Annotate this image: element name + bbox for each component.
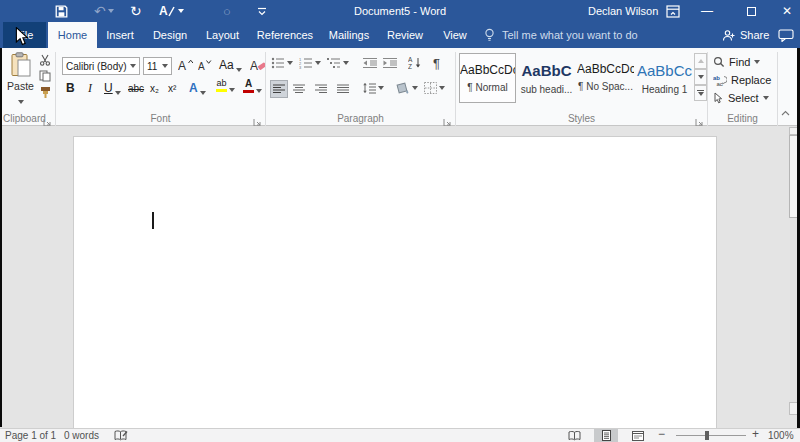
tab-mailings[interactable]: Mailings: [324, 22, 374, 48]
subscript-button[interactable]: x₂: [150, 83, 159, 94]
bullets-button[interactable]: [271, 57, 293, 69]
font-family-combo[interactable]: Calibri (Body): [62, 57, 140, 75]
zoom-out-button[interactable]: −: [658, 428, 665, 441]
group-paragraph: 123 AZ ¶: [266, 48, 455, 125]
borders-button[interactable]: [424, 82, 445, 94]
ribbon-tab-row: File Home Insert Design Layout Reference…: [0, 22, 800, 48]
sort-button[interactable]: AZ: [408, 56, 422, 69]
document-page[interactable]: [74, 137, 716, 428]
share-button[interactable]: Share: [722, 22, 769, 48]
comment-icon[interactable]: [778, 28, 794, 46]
replace-button[interactable]: abac Replace: [713, 73, 771, 87]
collapse-ribbon-icon[interactable]: [781, 102, 790, 120]
shading-button[interactable]: [396, 82, 418, 94]
mouse-cursor: [15, 27, 29, 47]
show-formatting-button[interactable]: ¶: [433, 56, 440, 71]
text-effects-button[interactable]: A: [189, 81, 206, 95]
styles-scroll-down[interactable]: [694, 69, 707, 85]
strikethrough-button[interactable]: abc: [128, 83, 144, 94]
maximize-button[interactable]: [736, 0, 766, 22]
user-name[interactable]: Declan Wilson: [588, 0, 658, 22]
word-count[interactable]: 0 words: [64, 429, 99, 442]
read-mode-button[interactable]: [562, 429, 586, 442]
tab-design[interactable]: Design: [148, 22, 192, 48]
style-no-spacing[interactable]: AaBbCcDc ¶ No Spac...: [577, 53, 634, 103]
minimize-button[interactable]: —: [692, 0, 722, 22]
decrease-indent-button[interactable]: [363, 57, 377, 69]
font-color-button[interactable]: A: [243, 79, 262, 93]
replace-icon: abac: [713, 74, 727, 86]
grow-font-button[interactable]: A: [178, 58, 194, 76]
page-indicator[interactable]: Page 1 of 1: [5, 429, 56, 442]
svg-text:A: A: [250, 59, 258, 72]
align-left-button[interactable]: [270, 80, 288, 98]
window-title: Document5 - Word: [0, 0, 800, 22]
numbering-button[interactable]: 123: [299, 57, 321, 69]
font-dialog-launcher[interactable]: [253, 113, 262, 122]
styles-gallery-more[interactable]: [694, 85, 707, 101]
tab-home[interactable]: Home: [48, 22, 97, 48]
clipboard-dialog-launcher[interactable]: [43, 113, 52, 122]
zoom-in-button[interactable]: +: [752, 428, 759, 441]
tell-me-box[interactable]: Tell me what you want to do: [484, 22, 638, 48]
tab-layout[interactable]: Layout: [200, 22, 245, 48]
text-cursor: [152, 212, 154, 229]
svg-text:A: A: [198, 61, 205, 72]
style-normal[interactable]: AaBbCcDc ¶ Normal: [459, 53, 516, 103]
style-heading1[interactable]: AaBbCc Heading 1: [636, 53, 693, 103]
align-right-button[interactable]: [315, 84, 327, 94]
styles-dialog-launcher[interactable]: [695, 113, 704, 122]
underline-button[interactable]: U: [104, 81, 121, 95]
find-icon: [713, 56, 725, 68]
line-spacing-button[interactable]: [362, 82, 384, 94]
tab-review[interactable]: Review: [382, 22, 428, 48]
group-font: Calibri (Body) 11 A A Aa A B I U abc x₂ …: [56, 48, 265, 125]
proofing-icon[interactable]: [114, 430, 128, 442]
align-center-button[interactable]: [293, 84, 305, 94]
style-subheading[interactable]: AaBbC sub headi...: [518, 53, 575, 103]
tab-references[interactable]: References: [254, 22, 316, 48]
zoom-slider-track[interactable]: [676, 435, 746, 436]
ribbon: Paste Clipboard Calibri (Body) 11 A A: [0, 48, 800, 126]
select-button[interactable]: Select: [713, 91, 769, 105]
increase-indent-button[interactable]: [383, 57, 397, 69]
web-layout-button[interactable]: [626, 429, 650, 442]
document-area[interactable]: [0, 126, 800, 428]
ribbon-display-options-icon[interactable]: [666, 4, 680, 22]
tab-insert[interactable]: Insert: [100, 22, 140, 48]
find-button[interactable]: Find: [713, 55, 760, 69]
bold-button[interactable]: B: [66, 81, 75, 95]
justify-button[interactable]: [337, 84, 349, 94]
title-bar: ↶ ↻ A ○ Document5 - Word Declan Wilson —…: [0, 0, 800, 22]
select-icon: [713, 92, 724, 104]
styles-scroll-up[interactable]: [694, 53, 707, 69]
close-button[interactable]: ✕: [774, 0, 800, 22]
highlight-button[interactable]: ab: [216, 79, 235, 92]
group-clipboard: Paste Clipboard: [0, 48, 55, 125]
svg-text:ac: ac: [717, 81, 723, 86]
multilevel-list-button[interactable]: [327, 57, 349, 69]
status-bar: Page 1 of 1 0 words − + 100%: [0, 428, 800, 442]
group-styles: AaBbCcDc ¶ Normal AaBbC sub headi... AaB…: [456, 48, 707, 125]
svg-text:A: A: [178, 59, 186, 72]
paste-dropdown[interactable]: [18, 100, 24, 104]
svg-text:ab: ab: [713, 75, 720, 81]
superscript-button[interactable]: x²: [168, 83, 176, 94]
zoom-slider-handle[interactable]: [705, 431, 709, 440]
change-case-button[interactable]: Aa: [219, 58, 242, 72]
italic-button[interactable]: I: [88, 81, 92, 96]
tab-view[interactable]: View: [438, 22, 472, 48]
print-layout-button[interactable]: [594, 429, 618, 442]
lightbulb-icon: [484, 28, 495, 42]
format-painter-icon[interactable]: [37, 85, 53, 99]
paste-button[interactable]: Paste: [4, 52, 37, 114]
font-size-combo[interactable]: 11: [143, 57, 172, 75]
shrink-font-button[interactable]: A: [198, 58, 213, 76]
zoom-level[interactable]: 100%: [768, 429, 794, 442]
clear-formatting-button[interactable]: A: [250, 58, 266, 76]
svg-text:A: A: [408, 56, 413, 63]
cut-icon[interactable]: [37, 53, 53, 67]
group-editing: Find abac Replace Select Editing: [708, 48, 777, 125]
paragraph-dialog-launcher[interactable]: [443, 113, 452, 122]
copy-icon[interactable]: [37, 69, 53, 83]
